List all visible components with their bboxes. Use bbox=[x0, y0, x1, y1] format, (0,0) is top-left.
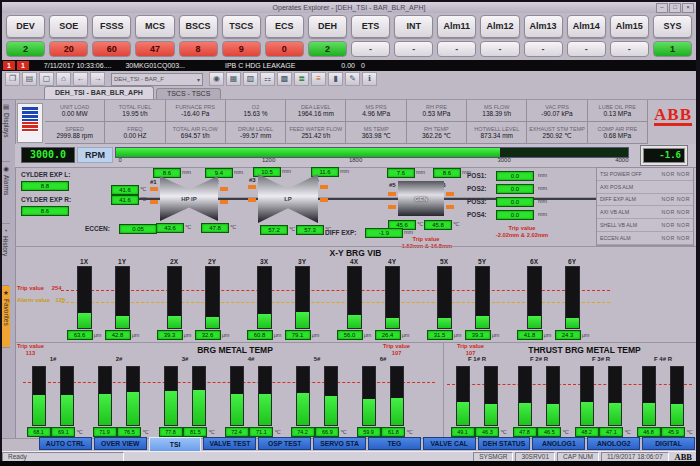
alarm-count-badge[interactable]: - bbox=[437, 41, 476, 57]
system-button[interactable]: FSSS bbox=[92, 15, 131, 38]
status-name: AXI VB ALM bbox=[600, 209, 629, 215]
back-icon[interactable]: ← bbox=[73, 72, 88, 86]
table-cell: EXHAUST STM TEMP 250.92 ℃ bbox=[527, 122, 587, 143]
alarm-count-badge[interactable]: 20 bbox=[49, 41, 88, 57]
led-value: 81.5 bbox=[183, 427, 207, 437]
system-button[interactable]: Alm13 bbox=[524, 15, 563, 38]
temp-bar: 46.5 ℃ bbox=[541, 366, 565, 437]
bar-readout: 42.8 μm bbox=[105, 329, 140, 340]
find-icon[interactable]: ◉ bbox=[209, 72, 224, 86]
forward-icon[interactable]: → bbox=[90, 72, 105, 86]
operator-station-window: Operates Explorer - [DEH_TSI - BAR_BLR_A… bbox=[2, 2, 696, 461]
system-button[interactable]: SOE bbox=[49, 15, 88, 38]
alarm-count-badge[interactable]: - bbox=[480, 41, 519, 57]
alarm-count-badge[interactable]: 2 bbox=[6, 41, 45, 57]
view-tab[interactable]: TSCS - TSCS bbox=[156, 88, 221, 99]
led-value: 26.4 bbox=[375, 330, 401, 340]
new-display-icon[interactable]: ▢ bbox=[39, 72, 54, 86]
alarm-count-badge[interactable]: 0 bbox=[265, 41, 304, 57]
bar-fill bbox=[99, 394, 111, 425]
trend-display-icon[interactable]: ▦ bbox=[226, 72, 241, 86]
alarm-count-badge[interactable]: 9 bbox=[222, 41, 261, 57]
value-unit: μm bbox=[544, 331, 552, 340]
system-button[interactable]: DEH bbox=[308, 15, 347, 38]
bearing-label: #5 bbox=[389, 182, 396, 188]
temp-bar: 72.4 bbox=[225, 366, 249, 437]
restore-button[interactable]: □ bbox=[669, 3, 681, 13]
page-tab[interactable]: TEG bbox=[368, 437, 421, 450]
sidebar-tab-label: Favorites bbox=[3, 299, 10, 326]
alarm-count-badge[interactable]: 60 bbox=[92, 41, 131, 57]
page-tab[interactable]: DIGITAL bbox=[642, 437, 695, 450]
alarm-banner[interactable]: 1 1 7/11/2017 10:33:06.... 30MKG01CQ003.… bbox=[2, 60, 696, 71]
sidebar-tab[interactable]: ▤ Displays bbox=[2, 100, 10, 162]
abb-logo: ABB bbox=[654, 106, 692, 126]
alarm-count-badge[interactable]: 8 bbox=[179, 41, 218, 57]
system-button[interactable]: ETS bbox=[351, 15, 390, 38]
page-tab[interactable]: OVER VIEW bbox=[94, 437, 147, 450]
network-status-icon[interactable]: ▩ bbox=[277, 72, 292, 86]
alarm-count-badge[interactable]: - bbox=[567, 41, 606, 57]
value-unit: ℃ bbox=[142, 428, 148, 437]
close-button[interactable]: × bbox=[682, 3, 694, 13]
alarm-count-badge[interactable]: - bbox=[610, 41, 649, 57]
pos-unit: mm bbox=[538, 197, 547, 206]
alarm-count-badge[interactable]: 2 bbox=[308, 41, 347, 57]
vibration-bar: 6X 41.8 μm bbox=[517, 258, 551, 340]
view-tab[interactable]: DEH_TSI - BAR_BLR_APH bbox=[44, 86, 154, 99]
print-icon[interactable]: ▤ bbox=[22, 72, 37, 86]
bar-readout: 74.2 bbox=[291, 426, 316, 437]
home-icon[interactable]: ⌂ bbox=[56, 72, 71, 86]
event-list-icon[interactable]: ≡ bbox=[311, 72, 326, 86]
system-button[interactable]: ECS bbox=[265, 15, 304, 38]
trip-label: Trip value bbox=[383, 343, 410, 349]
system-button[interactable]: DEV bbox=[6, 15, 45, 38]
sidebar-tab[interactable]: ★ Favorites bbox=[2, 286, 10, 348]
annotate-icon[interactable]: ✎ bbox=[345, 72, 360, 86]
page-tab[interactable]: SERVO STA bbox=[313, 437, 366, 450]
sidebar-tab-icon: ◉ bbox=[2, 165, 10, 173]
graphic-display-icon[interactable]: ▧ bbox=[243, 72, 258, 86]
alarm-count-badge[interactable]: - bbox=[394, 41, 433, 57]
alarm-count-badge[interactable]: - bbox=[351, 41, 390, 57]
vibration-bar: 5Y 39.3 μm bbox=[465, 258, 499, 340]
sidebar-tab-label: Alarms bbox=[3, 175, 10, 195]
sidebar-tab[interactable]: ◉ Alarms bbox=[2, 162, 10, 224]
system-button[interactable]: SYS bbox=[653, 15, 692, 38]
system-button[interactable]: TSCS bbox=[222, 15, 261, 38]
system-button[interactable]: Alm14 bbox=[567, 15, 606, 38]
table-cell: RH PRE 0.53 MPa bbox=[407, 100, 467, 121]
page-tab[interactable]: AUTO CTRL bbox=[39, 437, 92, 450]
bar-label: 4Y bbox=[388, 258, 396, 266]
alarm-count-badge[interactable]: 47 bbox=[135, 41, 174, 57]
title-bar: Operates Explorer - [DEH_TSI - BAR_BLR_A… bbox=[2, 2, 696, 13]
page-tab[interactable]: ANOLOG2 bbox=[587, 437, 640, 450]
alarm-count-badge[interactable]: - bbox=[524, 41, 563, 57]
bar-chart-icon[interactable]: ▮ bbox=[328, 72, 343, 86]
table-cell: UNIT LOAD 0.00 MW bbox=[45, 100, 105, 121]
alarm-count-badge[interactable]: 1 bbox=[653, 41, 692, 57]
system-button[interactable]: Alm12 bbox=[480, 15, 519, 38]
system-button[interactable]: Alm15 bbox=[610, 15, 649, 38]
bar-readout: 39.3 μm bbox=[157, 329, 192, 340]
system-button[interactable]: Alm11 bbox=[437, 15, 476, 38]
page-tab[interactable]: DEH STATUS bbox=[478, 437, 531, 450]
system-button[interactable]: INT bbox=[394, 15, 433, 38]
page-tab[interactable]: ANOLOG1 bbox=[532, 437, 585, 450]
system-button[interactable]: BSCS bbox=[179, 15, 218, 38]
alarm-list-icon[interactable]: ≣ bbox=[294, 72, 309, 86]
system-button[interactable]: MCS bbox=[135, 15, 174, 38]
page-tab[interactable]: TSI bbox=[149, 437, 202, 452]
sidebar-tab[interactable]: ◔ History bbox=[2, 224, 9, 286]
page-tab[interactable]: VALVE CAL bbox=[423, 437, 476, 450]
info-icon[interactable]: ℹ bbox=[362, 72, 377, 86]
copy-display-icon[interactable]: ❐ bbox=[5, 72, 20, 86]
point-browser-icon[interactable]: ⚏ bbox=[260, 72, 275, 86]
bar-readout: 32.6 μm bbox=[195, 329, 230, 340]
minimize-button[interactable]: – bbox=[656, 3, 668, 13]
display-selector-combo[interactable]: DEH_TSI - BAR_F ▾ bbox=[111, 73, 203, 86]
bar-fill bbox=[78, 313, 91, 328]
led-value: 47.8 bbox=[201, 223, 229, 233]
page-tab[interactable]: VALVE TEST bbox=[203, 437, 256, 450]
page-tab[interactable]: OSP TEST bbox=[258, 437, 311, 450]
